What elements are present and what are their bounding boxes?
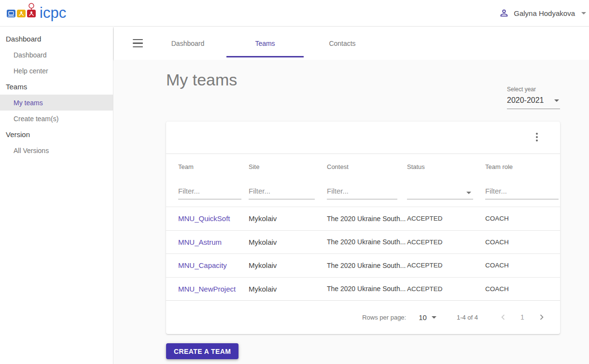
- sidebar-item-help-center[interactable]: Help center: [0, 63, 113, 79]
- year-dropdown-caret-icon: [554, 99, 559, 102]
- contest-cell: The 2020 Ukraine South...: [327, 215, 407, 223]
- team-link[interactable]: MNU_Astrum: [178, 238, 222, 246]
- main-content: My teams Select year 2020-2021 Team Site…: [114, 60, 589, 364]
- sidebar: Dashboard Dashboard Help center Teams My…: [0, 27, 113, 364]
- teams-table: Team Site Contest Status Team role MNU_Q…: [166, 154, 560, 301]
- pagination-range: 1-4 of 4: [457, 314, 478, 321]
- rows-per-page-value: 10: [419, 313, 427, 322]
- table-row: MNU_NewProject Mykolaiv The 2020 Ukraine…: [166, 277, 560, 301]
- page-number[interactable]: 1: [517, 313, 528, 321]
- table-row: MNU_Astrum Mykolaiv The 2020 Ukraine Sou…: [166, 230, 560, 254]
- column-header-status: Status: [407, 163, 485, 170]
- year-select-label: Select year: [507, 86, 560, 93]
- rows-per-page-caret-icon: [432, 316, 436, 319]
- top-bar: icpc Galyna Hodyakova: [0, 0, 589, 27]
- sidebar-item-my-teams[interactable]: My teams: [0, 95, 113, 111]
- sidebar-item-create-teams[interactable]: Create team(s): [0, 111, 113, 126]
- team-role-cell: COACH: [485, 262, 560, 269]
- team-role-cell: COACH: [485, 285, 560, 293]
- person-icon: [499, 8, 509, 18]
- team-filter-input[interactable]: [178, 187, 241, 199]
- team-role-filter-input[interactable]: [485, 187, 559, 199]
- contest-cell: The 2020 Ukraine South...: [327, 238, 407, 246]
- status-cell: ACCEPTED: [407, 215, 485, 222]
- user-name: Galyna Hodyakova: [514, 9, 575, 17]
- contest-cell: The 2020 Ukraine South...: [327, 262, 407, 269]
- column-header-team: Team: [178, 163, 249, 170]
- rows-per-page-label: Rows per page:: [362, 314, 406, 321]
- sidebar-item-dashboard[interactable]: Dashboard: [0, 47, 113, 63]
- create-team-button[interactable]: CREATE A TEAM: [166, 343, 238, 359]
- logo-wordmark: icpc: [40, 4, 66, 21]
- team-link[interactable]: MNU_Capacity: [178, 261, 227, 269]
- column-header-team-role: Team role: [485, 163, 560, 170]
- user-dropdown-caret-icon: [581, 12, 586, 14]
- status-cell: ACCEPTED: [407, 238, 485, 246]
- column-header-site: Site: [249, 163, 327, 170]
- team-link[interactable]: MNU_QuickSoft: [178, 214, 230, 223]
- team-role-cell: COACH: [485, 215, 560, 222]
- nav-tabs: Dashboard Teams Contacts: [149, 27, 381, 60]
- icpc-teams-page: icpc Galyna Hodyakova Dashboard Dashboar…: [0, 0, 589, 364]
- teams-table-card: Team Site Contest Status Team role MNU_Q…: [166, 122, 560, 334]
- site-cell: Mykolaiv: [249, 285, 327, 293]
- icpc-logo: icpc: [6, 2, 81, 24]
- status-filter-caret-icon: [466, 192, 471, 194]
- site-cell: Mykolaiv: [249, 261, 327, 269]
- page-title: My teams: [166, 70, 237, 89]
- site-cell: Mykolaiv: [249, 238, 327, 246]
- team-link[interactable]: MNU_NewProject: [178, 285, 236, 293]
- contest-cell: The 2020 Ukraine South...: [327, 285, 407, 293]
- year-select[interactable]: Select year 2020-2021: [507, 86, 560, 109]
- contest-filter-input[interactable]: [327, 187, 397, 199]
- sidebar-section-dashboard: Dashboard: [0, 31, 113, 47]
- tab-dashboard[interactable]: Dashboard: [149, 27, 226, 60]
- chevron-right-icon[interactable]: [536, 311, 547, 323]
- column-header-contest: Contest: [327, 163, 407, 170]
- site-cell: Mykolaiv: [249, 214, 327, 223]
- user-menu[interactable]: Galyna Hodyakova: [499, 8, 586, 18]
- status-filter-select[interactable]: [407, 187, 473, 199]
- year-select-value: 2020-2021: [507, 96, 544, 105]
- status-cell: ACCEPTED: [407, 262, 485, 269]
- tab-contacts[interactable]: Contacts: [304, 27, 381, 60]
- sidebar-item-all-versions[interactable]: All Versions: [0, 142, 113, 158]
- table-header-row: Team Site Contest Status Team role: [166, 154, 560, 179]
- table-row: MNU_QuickSoft Mykolaiv The 2020 Ukraine …: [166, 207, 560, 230]
- menu-icon[interactable]: [133, 39, 143, 47]
- icpc-logo-icon: icpc: [6, 2, 81, 24]
- sidebar-section-teams: Teams: [0, 79, 113, 95]
- kebab-menu-icon[interactable]: [531, 130, 543, 144]
- status-cell: ACCEPTED: [407, 285, 485, 293]
- sidebar-section-version: Version: [0, 126, 113, 142]
- rows-per-page-select[interactable]: 10: [419, 313, 436, 322]
- site-filter-input[interactable]: [249, 187, 315, 199]
- table-pagination: Rows per page: 10 1-4 of 4 1: [166, 300, 560, 334]
- team-role-cell: COACH: [485, 238, 560, 246]
- nav-bar: Dashboard Teams Contacts: [114, 27, 589, 60]
- chevron-left-icon[interactable]: [497, 311, 509, 323]
- table-row: MNU_Capacity Mykolaiv The 2020 Ukraine S…: [166, 253, 560, 277]
- tab-teams[interactable]: Teams: [226, 27, 304, 60]
- table-filter-row: [166, 179, 560, 207]
